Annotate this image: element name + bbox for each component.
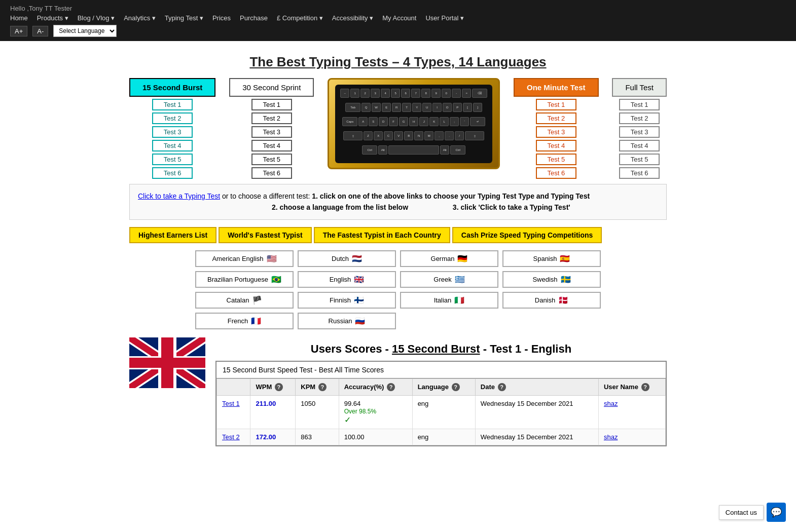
nav-blog[interactable]: Blog / Vlog	[78, 14, 115, 22]
test-type-full-button[interactable]: Full Test	[612, 78, 667, 97]
kpm-help-icon[interactable]: ?	[318, 383, 327, 391]
col-accuracy-label: Accuracy(%)	[344, 383, 384, 391]
30sec-test5[interactable]: Test 5	[251, 154, 292, 165]
30sec-test4[interactable]: Test 4	[251, 140, 292, 151]
lang-catalan-label: Catalan	[227, 296, 249, 304]
lang-brazilian-portuguese[interactable]: Brazilian Portuguese 🇧🇷	[195, 271, 294, 288]
lang-swedish-label: Swedish	[532, 276, 557, 283]
lang-english[interactable]: English 🇬🇧	[298, 271, 396, 288]
nav-accessibility[interactable]: Accessibility	[332, 14, 373, 22]
wpm-help-icon[interactable]: ?	[275, 383, 283, 391]
language-select[interactable]: Select Language	[53, 25, 117, 37]
key-4: 4	[381, 89, 390, 98]
col-language: Language ?	[412, 378, 475, 395]
15sec-test6[interactable]: Test 6	[152, 167, 193, 179]
greeting-text: Hello ,Tony TT Tester	[10, 5, 72, 12]
nav-competition[interactable]: £ Competition	[277, 14, 323, 22]
15sec-test5[interactable]: Test 5	[152, 154, 193, 165]
click-to-take-test-link[interactable]: Click to take a Typing Test	[138, 192, 220, 200]
test-type-30sec-button[interactable]: 30 Second Sprint	[229, 78, 314, 97]
row1-test-link[interactable]: Test 1	[222, 400, 240, 407]
full-test6[interactable]: Test 6	[619, 167, 660, 179]
15sec-test3[interactable]: Test 3	[152, 126, 193, 138]
row2-test: Test 2	[217, 429, 250, 445]
key-b: B	[404, 131, 413, 140]
1min-test2[interactable]: Test 2	[536, 112, 576, 124]
1min-test1[interactable]: Test 1	[536, 99, 576, 110]
nav-home[interactable]: Home	[10, 14, 28, 22]
nav-typing-test[interactable]: Typing Test	[165, 14, 203, 22]
font-increase-button[interactable]: A+	[10, 26, 27, 36]
lang-finnish[interactable]: Finnish 🇫🇮	[298, 292, 396, 309]
lang-italian[interactable]: Italian 🇮🇹	[400, 292, 498, 309]
col-username: User Name ?	[598, 378, 665, 395]
full-test4[interactable]: Test 4	[619, 140, 660, 151]
full-test5[interactable]: Test 5	[619, 154, 660, 165]
full-test3[interactable]: Test 3	[619, 126, 660, 138]
row1-kpm: 1050	[296, 395, 339, 429]
lang-american-english[interactable]: American English 🇺🇸	[195, 250, 294, 267]
test-type-1min-button[interactable]: One Minute Test	[514, 78, 599, 97]
lang-spanish[interactable]: Spanish 🇪🇸	[502, 250, 601, 267]
full-test2[interactable]: Test 2	[619, 112, 660, 124]
row1-wpm-value[interactable]: 211.00	[256, 400, 276, 407]
font-decrease-button[interactable]: A-	[32, 26, 48, 36]
nav-products[interactable]: Products	[37, 14, 68, 22]
date-help-icon[interactable]: ?	[498, 383, 506, 391]
worlds-fastest-typist-btn[interactable]: World's Fastest Typist	[219, 227, 312, 243]
scores-test-type-link[interactable]: 15 Second Burst	[392, 343, 480, 355]
nav-purchase[interactable]: Purchase	[240, 14, 268, 22]
1min-test4[interactable]: Test 4	[536, 140, 576, 151]
username-help-icon[interactable]: ?	[641, 383, 649, 391]
fastest-in-country-btn[interactable]: The Fastest Typist in Each Country	[314, 227, 450, 243]
uk-flag-image	[129, 337, 205, 388]
main-content: The Best Typing Tests – 4 Types, 14 Lang…	[119, 41, 677, 451]
scores-title-prefix: Users Scores -	[311, 343, 392, 355]
language-help-icon[interactable]: ?	[452, 383, 460, 391]
row2-username-link[interactable]: shaz	[604, 433, 618, 441]
instruction-step2: 2. choose a language from the list below	[272, 203, 408, 211]
nav-analytics[interactable]: Analytics	[124, 14, 156, 22]
15sec-test4[interactable]: Test 4	[152, 140, 193, 151]
test-type-15sec-button[interactable]: 15 Second Burst	[129, 78, 215, 97]
15sec-test2[interactable]: Test 2	[152, 112, 193, 124]
lang-greek[interactable]: Greek 🇬🇷	[400, 271, 498, 288]
nav-my-account[interactable]: My Account	[382, 14, 416, 22]
flag-se-icon: 🇸🇪	[561, 275, 571, 284]
row2-test-link[interactable]: Test 2	[222, 433, 240, 441]
row2-wpm-value[interactable]: 172.00	[256, 433, 276, 441]
row1-accuracy: 99.64 Over 98.5% ✓	[339, 395, 412, 429]
1min-test6[interactable]: Test 6	[536, 167, 576, 179]
flag-ru-icon: 🇷🇺	[355, 316, 365, 326]
key-lbracket: [	[463, 103, 472, 112]
full-test1[interactable]: Test 1	[619, 99, 660, 110]
30sec-test1[interactable]: Test 1	[251, 99, 292, 110]
lang-german[interactable]: German 🇩🇪	[400, 250, 498, 267]
nav-user-portal[interactable]: User Portal	[425, 14, 464, 22]
nav-prices[interactable]: Prices	[212, 14, 231, 22]
15sec-test1[interactable]: Test 1	[152, 99, 193, 110]
lang-russian[interactable]: Russian 🇷🇺	[298, 313, 396, 329]
row1-username: shaz	[598, 395, 665, 429]
lang-swedish[interactable]: Swedish 🇸🇪	[502, 271, 601, 288]
lang-finnish-label: Finnish	[330, 296, 351, 304]
highest-earners-btn[interactable]: Highest Earners List	[129, 227, 216, 243]
lang-french[interactable]: French 🇫🇷	[195, 313, 294, 329]
lang-dutch[interactable]: Dutch 🇳🇱	[298, 250, 396, 267]
1min-test5[interactable]: Test 5	[536, 154, 576, 165]
table-row: Test 2 172.00 863 100.00 eng Wednesday 1…	[217, 429, 666, 445]
row2-kpm: 863	[296, 429, 339, 445]
lang-danish[interactable]: Danish 🇩🇰	[502, 292, 601, 309]
30sec-test2[interactable]: Test 2	[251, 112, 292, 124]
30sec-test6[interactable]: Test 6	[251, 167, 292, 179]
row1-accuracy-check-icon: ✓	[344, 415, 351, 424]
cash-prize-competitions-btn[interactable]: Cash Prize Speed Typing Competitions	[452, 227, 602, 243]
lang-danish-label: Danish	[535, 296, 555, 304]
1min-test3[interactable]: Test 3	[536, 126, 576, 138]
30sec-test3[interactable]: Test 3	[251, 126, 292, 138]
lang-american-english-label: American English	[212, 255, 263, 262]
key-6: 6	[401, 89, 410, 98]
accuracy-help-icon[interactable]: ?	[387, 383, 395, 391]
lang-catalan[interactable]: Catalan 🏴	[195, 292, 294, 309]
row1-username-link[interactable]: shaz	[604, 400, 618, 407]
